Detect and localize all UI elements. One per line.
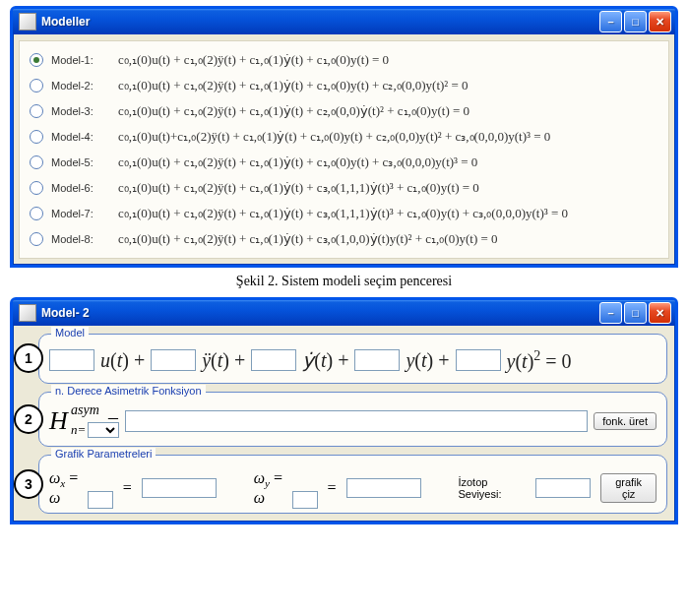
grafik-ciz-button[interactable]: grafik çiz	[600, 473, 657, 503]
titlebar[interactable]: Model- 2 – □ ✕	[13, 300, 675, 326]
wy-label: ωy = ω	[254, 469, 290, 507]
wx-label: ωx = ω	[49, 469, 86, 507]
equals-sign: =	[123, 479, 132, 497]
model-equation-row: u(t) + ÿ(t) + ẏ(t) + y(t) + y(t)2 = 0	[49, 348, 657, 373]
wx-sub-input[interactable]	[88, 491, 113, 509]
model-equation: c₀,₁(0)u(t) + c₁,₀(2)ÿ(t) + c₁,₀(1)ẏ(t) …	[118, 206, 568, 221]
model-radio-7[interactable]	[30, 207, 43, 220]
coef-input-ydd[interactable]	[151, 349, 196, 371]
section-badge-2: 2	[14, 404, 43, 434]
coef-input-u[interactable]	[49, 349, 94, 371]
model-label: Model-5:	[51, 156, 110, 168]
wx-value-input[interactable]	[142, 478, 217, 498]
model-label: Model-2:	[51, 80, 110, 92]
model-label: Model-6:	[51, 182, 110, 194]
wy-sub-input[interactable]	[292, 491, 318, 509]
section-badge-1: 1	[14, 343, 43, 373]
group-legend: Model	[51, 327, 89, 339]
model-row: Model-8: c₀,₁(0)u(t) + c₁,₀(2)ÿ(t) + c₁,…	[28, 226, 660, 252]
term-ydd: ÿ(t) +	[202, 349, 245, 372]
hn-row: H asym n= = fonk. üret	[49, 406, 657, 436]
model-label: Model-3:	[51, 105, 110, 117]
model-equation: c₀,₁(0)u(t) + c₁,₀(2)ÿ(t) + c₁,₀(1)ẏ(t) …	[118, 103, 469, 119]
model-groupbox: Model 1 u(t) + ÿ(t) + ẏ(t) + y(t) + y(t)…	[38, 334, 667, 384]
equals-sign: =	[328, 479, 337, 497]
model-radio-3[interactable]	[30, 104, 43, 118]
grafik-groupbox: Grafik Parametreleri 3 ωx = ω = ωy = ω =…	[38, 455, 667, 514]
model-equation: c₀,₁(0)u(t) + c₁,₀(2)ÿ(t) + c₁,₀(1)ẏ(t) …	[118, 231, 498, 247]
model-equation: c₀,₁(0)u(t) + c₁,₀(2)ÿ(t) + c₁,₀(1)ẏ(t) …	[118, 180, 479, 196]
coef-input-yd[interactable]	[251, 349, 296, 371]
window-title: Modeller	[41, 15, 599, 29]
model-equation: c₀,₁(0)u(t) + c₁,₀(2)ÿ(t) + c₁,₀(1)ẏ(t) …	[118, 78, 469, 93]
app-icon	[19, 304, 36, 322]
window-title: Model- 2	[41, 306, 599, 320]
asym-groupbox: n. Derece Asimetrik Fonksiyon 2 H asym n…	[38, 392, 667, 447]
coef-input-y[interactable]	[354, 349, 400, 371]
group-legend: Grafik Parametreleri	[51, 448, 156, 460]
model-row: Model-7: c₀,₁(0)u(t) + c₁,₀(2)ÿ(t) + c₁,…	[28, 201, 660, 226]
term-y2: y(t)2 = 0	[507, 348, 572, 373]
model-radio-8[interactable]	[30, 232, 43, 246]
model-row: Model-3: c₀,₁(0)u(t) + c₁,₀(2)ÿ(t) + c₁,…	[28, 98, 660, 124]
section-badge-3: 3	[14, 469, 43, 499]
model2-window: Model- 2 – □ ✕ Model 1 u(t) + ÿ(t) + ẏ(t…	[10, 297, 678, 524]
minimize-button[interactable]: –	[599, 11, 622, 32]
hn-sub: n=	[71, 422, 119, 438]
term-y: y(t) +	[406, 349, 449, 372]
hn-sup: asym	[71, 402, 99, 418]
model-label: Model-8:	[51, 233, 110, 245]
hn-sub-prefix: n=	[71, 422, 86, 438]
wy-value-input[interactable]	[346, 478, 421, 498]
model-equation: c₀,₁(0)u(t)+c₁,₀(2)ÿ(t) + c₁,₀(1)ẏ(t) + …	[118, 129, 550, 145]
app-icon	[19, 13, 36, 31]
coef-input-y2[interactable]	[456, 349, 501, 371]
model-row: Model-1: c₀,₁(0)u(t) + c₁,₀(2)ÿ(t) + c₁,…	[28, 47, 660, 73]
hn-result-input[interactable]	[125, 410, 588, 432]
model-list: Model-1: c₀,₁(0)u(t) + c₁,₀(2)ÿ(t) + c₁,…	[19, 40, 669, 259]
model-radio-4[interactable]	[30, 130, 43, 144]
term-u: u(t) +	[100, 349, 145, 372]
model-radio-2[interactable]	[30, 79, 43, 92]
model-radio-6[interactable]	[30, 181, 43, 195]
figure-caption: Şekil 2. Sistem modeli seçim penceresi	[0, 274, 688, 289]
model-row: Model-4: c₀,₁(0)u(t)+c₁,₀(2)ÿ(t) + c₁,₀(…	[28, 124, 660, 150]
model-row: Model-6: c₀,₁(0)u(t) + c₁,₀(2)ÿ(t) + c₁,…	[28, 175, 660, 201]
close-button[interactable]: ✕	[649, 11, 671, 32]
fonk-uret-button[interactable]: fonk. üret	[594, 412, 657, 430]
hn-symbol: H asym n=	[49, 406, 101, 436]
maximize-button[interactable]: □	[624, 11, 647, 32]
model-radio-5[interactable]	[30, 155, 43, 169]
hn-order-select[interactable]	[88, 422, 119, 438]
model-label: Model-1:	[51, 54, 110, 66]
close-button[interactable]: ✕	[649, 302, 671, 324]
term-yd: ẏ(t) +	[302, 348, 348, 372]
izotop-input[interactable]	[535, 478, 591, 498]
group-legend: n. Derece Asimetrik Fonksiyon	[51, 385, 206, 397]
izotop-label: İzotop Seviyesi:	[458, 476, 526, 500]
titlebar[interactable]: Modeller – □ ✕	[13, 9, 675, 34]
model-row: Model-5: c₀,₁(0)u(t) + c₁,₀(2)ÿ(t) + c₁,…	[28, 150, 660, 175]
modeller-window: Modeller – □ ✕ Model-1: c₀,₁(0)u(t) + c₁…	[10, 6, 678, 268]
minimize-button[interactable]: –	[599, 302, 622, 324]
params-row: ωx = ω = ωy = ω = İzotop Seviyesi: grafi…	[49, 469, 657, 507]
maximize-button[interactable]: □	[624, 302, 647, 324]
model-label: Model-4:	[51, 131, 110, 143]
model-equation: c₀,₁(0)u(t) + c₁,₀(2)ÿ(t) + c₁,₀(1)ẏ(t) …	[118, 52, 389, 68]
model-row: Model-2: c₀,₁(0)u(t) + c₁,₀(2)ÿ(t) + c₁,…	[28, 73, 660, 98]
model-equation: c₀,₁(0)u(t) + c₁,₀(2)ÿ(t) + c₁,₀(1)ẏ(t) …	[118, 154, 477, 170]
model-radio-1[interactable]	[30, 53, 43, 67]
model-label: Model-7:	[51, 208, 110, 219]
